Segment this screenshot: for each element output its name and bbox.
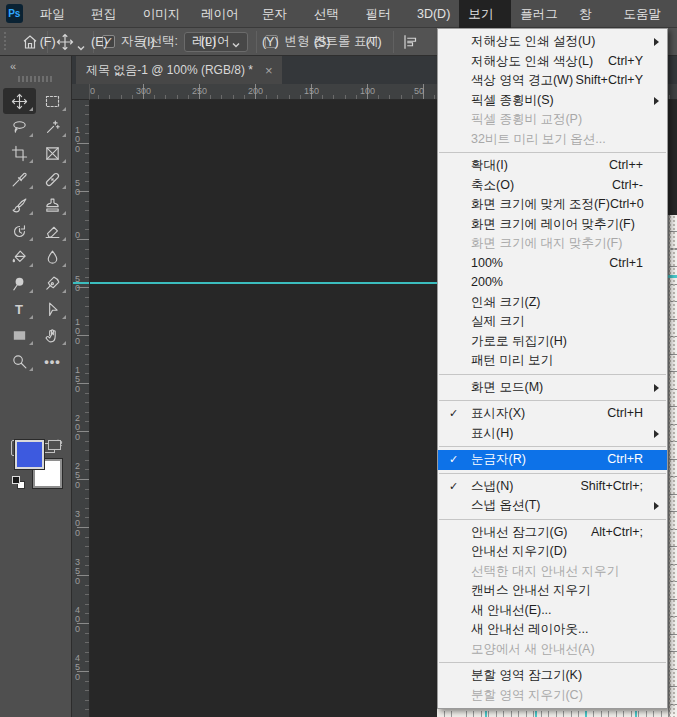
view-menu-item-1[interactable]: 저해상도 인쇄 색상(L)Ctrl+Y — [438, 52, 667, 72]
foreground-color-swatch[interactable] — [15, 440, 44, 469]
collapse-panel-icon[interactable]: « — [10, 60, 15, 72]
menu-item-label: 가로로 뒤집기(H) — [471, 332, 567, 352]
eraser-tool[interactable] — [36, 218, 69, 244]
panel-grip-handle[interactable] — [18, 76, 54, 82]
menubar: Ps 파일(F)편집(E)이미지(I)레이어(L)문자(Y)선택(S)필터(T)… — [0, 0, 677, 28]
view-menu-item-19[interactable]: 화면 모드(M) — [438, 378, 667, 398]
rectangle-tool[interactable] — [3, 322, 36, 348]
view-menu-item-17[interactable]: 패턴 미리 보기 — [438, 351, 667, 371]
menubar-item-7[interactable]: 3D(D) — [408, 0, 459, 28]
paint-bucket-tool[interactable] — [3, 244, 36, 270]
menu-item-label: 새 안내선(E)... — [471, 601, 552, 621]
guide-ruler-tick — [73, 282, 89, 284]
path-selection-tool[interactable] — [36, 296, 69, 322]
hand-tool[interactable] — [36, 322, 69, 348]
menubar-item-11[interactable]: 도움말(H) — [614, 0, 677, 28]
menubar-item-4[interactable]: 문자(Y) — [253, 0, 305, 28]
separator — [393, 31, 394, 53]
menu-item-label: 화면 크기에 맞게 조정(F) — [471, 195, 610, 215]
document-tab-title: 제목 없음-1 @ 100% (RGB/8) * — [86, 62, 253, 79]
menubar-item-5[interactable]: 선택(S) — [305, 0, 357, 28]
menubar-item-10[interactable]: 창(W) — [570, 0, 615, 28]
view-menu-item-29[interactable]: 안내선 잠그기(G)Alt+Ctrl+; — [438, 523, 667, 543]
zoom-tool[interactable] — [3, 348, 36, 374]
view-menu-item-16[interactable]: 가로로 뒤집기(H) — [438, 332, 667, 352]
menu-item-label: 패턴 미리 보기 — [471, 351, 553, 371]
spot-healing-brush-tool[interactable] — [36, 166, 69, 192]
view-menu-item-21[interactable]: ✓표시자(X)Ctrl+H — [438, 404, 667, 424]
menu-separator — [439, 446, 666, 447]
submenu-arrow-icon — [654, 384, 659, 392]
menubar-item-9[interactable]: 플러그인 — [511, 0, 570, 28]
view-menu-item-34[interactable]: 새 안내선 레이아웃... — [438, 620, 667, 640]
clone-stamp-tool[interactable] — [36, 192, 69, 218]
blur-tool[interactable] — [36, 244, 69, 270]
menu-item-label: 확대(I) — [471, 156, 508, 176]
view-menu-item-7[interactable]: 확대(I)Ctrl++ — [438, 156, 667, 176]
history-brush-tool[interactable] — [3, 218, 36, 244]
pen-tool[interactable] — [36, 270, 69, 296]
menubar-item-6[interactable]: 필터(T) — [357, 0, 408, 28]
menu-item-label: 200% — [471, 273, 503, 293]
menubar-item-3[interactable]: 레이어(L) — [192, 0, 253, 28]
menu-separator — [439, 400, 666, 401]
view-menu-item-3[interactable]: 픽셀 종횡비(S) — [438, 91, 667, 111]
menu-item-label: 스냅 옵션(T) — [471, 496, 540, 516]
rectangular-marquee-tool[interactable] — [36, 88, 69, 114]
view-menu-item-2[interactable]: 색상 영역 경고(W)Shift+Ctrl+Y — [438, 71, 667, 91]
lasso-tool[interactable] — [3, 114, 36, 140]
v-ruler-label: 0 — [75, 231, 80, 241]
options-grip-handle[interactable] — [2, 32, 9, 52]
v-ruler-label: 50 — [75, 179, 80, 198]
eyedropper-icon — [11, 171, 28, 188]
magic-wand-tool[interactable] — [36, 114, 69, 140]
menu-item-label: 화면 크기에 대지 맞추기(F) — [471, 234, 622, 254]
crop-tool[interactable] — [3, 140, 36, 166]
view-menu-item-0[interactable]: 저해상도 인쇄 설정(U) — [438, 32, 667, 52]
view-menu-item-13[interactable]: 200% — [438, 273, 667, 293]
dodge-tool[interactable] — [3, 270, 36, 296]
view-menu-item-12[interactable]: 100%Ctrl+1 — [438, 254, 667, 274]
view-menu-item-24[interactable]: ✓눈금자(R)Ctrl+R — [438, 450, 667, 470]
screen-mode-button[interactable] — [42, 440, 62, 456]
menu-item-shortcut: Ctrl++ — [609, 156, 643, 176]
view-menu-item-32[interactable]: 캔버스 안내선 지우기 — [438, 581, 667, 601]
submenu-arrow-icon — [654, 430, 659, 438]
menubar-item-0[interactable]: 파일(F) — [31, 0, 82, 28]
home-button[interactable] — [21, 33, 39, 51]
view-menu-item-9[interactable]: 화면 크기에 맞게 조정(F)Ctrl+0 — [438, 195, 667, 215]
view-menu-item-4: 픽셀 종횡비 교정(P) — [438, 110, 667, 130]
view-menu-item-37[interactable]: 분할 영역 잠그기(K) — [438, 666, 667, 686]
menu-item-shortcut: Ctrl+0 — [610, 195, 644, 215]
vertical-ruler[interactable]: 10050050100150200250300350400450 — [72, 100, 90, 717]
view-menu-item-15[interactable]: 실제 크기 — [438, 312, 667, 332]
marquee-icon — [44, 93, 61, 110]
move-tool[interactable] — [3, 88, 36, 114]
view-menu-item-10[interactable]: 화면 크기에 레이어 맞추기(F) — [438, 215, 667, 235]
align-left-icon[interactable] — [402, 33, 420, 51]
tool-preset-move-button[interactable] — [56, 33, 85, 51]
menubar-item-8[interactable]: 보기(V) — [459, 0, 511, 28]
default-colors-icon[interactable] — [12, 476, 25, 489]
show-transform-label: 변형 컨트롤 표시 — [284, 33, 378, 50]
menu-item-shortcut: Ctrl+1 — [609, 254, 643, 274]
document-tab[interactable]: 제목 없음-1 @ 100% (RGB/8) * × — [76, 56, 282, 84]
view-menu-item-26[interactable]: ✓스냅(N)Shift+Ctrl+; — [438, 477, 667, 497]
edit-toolbar-button[interactable]: ••• — [36, 348, 69, 374]
view-menu-item-8[interactable]: 축소(O)Ctrl+- — [438, 176, 667, 196]
view-menu-item-22[interactable]: 표시(H) — [438, 424, 667, 444]
menu-separator — [439, 473, 666, 474]
view-menu-item-30[interactable]: 안내선 지우기(D) — [438, 542, 667, 562]
canvas-right-sliver[interactable] — [668, 215, 677, 717]
menubar-item-1[interactable]: 편집(E) — [82, 0, 134, 28]
frame-tool[interactable] — [36, 140, 69, 166]
view-menu-item-27[interactable]: 스냅 옵션(T) — [438, 496, 667, 516]
tab-close-icon[interactable]: × — [265, 63, 273, 78]
view-menu-item-33[interactable]: 새 안내선(E)... — [438, 601, 667, 621]
menubar-item-2[interactable]: 이미지(I) — [134, 0, 192, 28]
eyedropper-tool[interactable] — [3, 166, 36, 192]
v-ruler-label: 150 — [75, 366, 80, 395]
type-tool[interactable]: T — [3, 296, 36, 322]
view-menu-item-14[interactable]: 인쇄 크기(Z) — [438, 293, 667, 313]
brush-tool[interactable] — [3, 192, 36, 218]
